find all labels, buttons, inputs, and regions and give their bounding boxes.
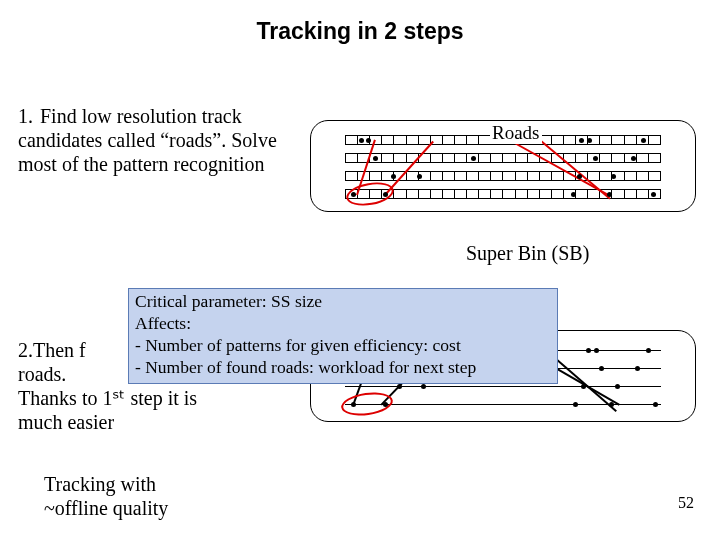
callout-line1: Critical parameter: SS size	[135, 291, 551, 313]
step1-body: Find low resolution track candidates cal…	[18, 105, 277, 175]
roads-label: Roads	[490, 122, 542, 144]
callout-line2: Affects:	[135, 313, 551, 335]
step2-num: 2.	[18, 339, 33, 361]
superbin-label: Super Bin (SB)	[466, 242, 589, 265]
page-number: 52	[678, 494, 694, 512]
step1-num: 1.	[18, 104, 40, 128]
closing-text: Tracking with ~offline quality	[44, 472, 168, 520]
step1-text: 1.Find low resolution track candidates c…	[18, 104, 278, 176]
slide-title: Tracking in 2 steps	[0, 0, 720, 45]
callout-line4: - Number of found roads: workload for ne…	[135, 357, 551, 379]
callout-box: Critical parameter: SS size Affects: - N…	[128, 288, 558, 384]
callout-line3: - Number of patterns for given efficienc…	[135, 335, 551, 357]
